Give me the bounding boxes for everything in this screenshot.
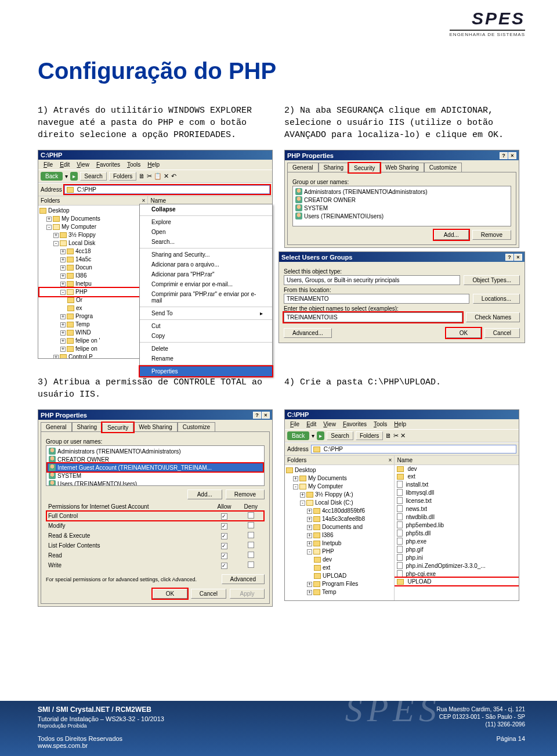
menu-item[interactable]: Delete: [140, 344, 272, 354]
back-button[interactable]: Back: [41, 172, 63, 181]
expand-icon[interactable]: +: [60, 265, 66, 271]
tree-label[interactable]: WIND: [75, 329, 91, 337]
tree-label[interactable]: Documents and: [322, 523, 363, 531]
tree-label[interactable]: 14a5c: [75, 255, 91, 264]
menu-item[interactable]: Edit: [57, 161, 73, 168]
expand-icon[interactable]: +: [53, 355, 59, 359]
tree-label[interactable]: Desktop: [295, 466, 316, 474]
menu-item[interactable]: Search...: [140, 237, 272, 247]
folders-button[interactable]: Folders: [109, 172, 136, 181]
expand-icon[interactable]: +: [307, 525, 312, 530]
menu-item[interactable]: Send To ▸: [140, 308, 272, 318]
expand-icon[interactable]: +: [60, 347, 66, 352]
window-titlebar[interactable]: C:\PHP: [38, 150, 272, 160]
tab[interactable]: General: [287, 163, 319, 172]
tree-label[interactable]: PHP: [322, 548, 334, 556]
list-item[interactable]: UPLOAD: [395, 578, 519, 585]
menu-item[interactable]: Favorites: [340, 420, 370, 428]
expand-icon[interactable]: +: [307, 541, 312, 546]
close-icon[interactable]: ×: [262, 412, 270, 419]
deny-checkbox[interactable]: [248, 532, 254, 538]
menu-item[interactable]: Adicionar para "PHP.rar": [140, 269, 272, 279]
tree-label[interactable]: I386: [75, 272, 86, 280]
list-item[interactable]: ext: [395, 473, 519, 480]
tree-label[interactable]: My Computer: [62, 223, 96, 231]
tree-label[interactable]: Program Files: [322, 580, 358, 588]
address-input[interactable]: C:\PHP: [64, 185, 270, 194]
ok-button[interactable]: OK: [446, 328, 481, 338]
tree-label[interactable]: ex: [76, 304, 82, 312]
list-item[interactable]: CREATOR OWNER: [294, 196, 509, 204]
menu-item[interactable]: Explore: [140, 217, 272, 227]
tree-label[interactable]: My Documents: [308, 474, 347, 483]
menu-item[interactable]: Help: [391, 420, 409, 428]
tree-label[interactable]: I386: [322, 531, 333, 539]
list-item[interactable]: php.gif: [395, 545, 519, 553]
tree-label[interactable]: Temp: [322, 588, 336, 596]
advanced-button[interactable]: Advanced: [222, 574, 265, 584]
expand-icon[interactable]: +: [307, 590, 312, 595]
tree-label[interactable]: felipe on ': [75, 337, 100, 345]
list-item[interactable]: ntwdblib.dll: [395, 513, 519, 521]
locations-button[interactable]: Locations...: [473, 294, 520, 304]
menu-item[interactable]: Open: [140, 227, 272, 237]
deny-checkbox[interactable]: [248, 542, 254, 548]
allow-checkbox[interactable]: [221, 533, 227, 539]
object-types-button[interactable]: Object Types...: [464, 275, 520, 285]
help-icon[interactable]: ?: [505, 254, 513, 261]
menu-item[interactable]: View: [74, 161, 92, 168]
close-icon[interactable]: ×: [514, 254, 522, 261]
list-item[interactable]: php5embed.lib: [395, 521, 519, 529]
expand-icon[interactable]: -: [307, 549, 312, 555]
tree-label[interactable]: 4cc180dd859bf6: [322, 507, 365, 515]
users-listbox[interactable]: Administrators (TREINAMENTO\Administrato…: [46, 445, 265, 486]
tree-label[interactable]: Docun: [75, 264, 92, 272]
tree-label[interactable]: Or: [76, 296, 82, 304]
menu-item[interactable]: View: [320, 420, 339, 428]
menu-item[interactable]: File: [41, 161, 56, 168]
tab[interactable]: Web Sharing: [380, 163, 424, 172]
menu-item[interactable]: Tools: [371, 420, 390, 428]
close-icon[interactable]: ×: [389, 457, 392, 463]
allow-checkbox[interactable]: [221, 553, 227, 559]
expand-icon[interactable]: +: [60, 249, 66, 254]
tree-label[interactable]: Control P: [68, 353, 93, 358]
list-item[interactable]: dev: [395, 465, 519, 473]
add-button[interactable]: Add...: [434, 230, 469, 240]
list-item[interactable]: CREATOR OWNER: [48, 455, 263, 463]
tree-label[interactable]: Temp: [75, 321, 89, 329]
tab[interactable]: Sharing: [72, 422, 102, 431]
expand-icon[interactable]: +: [293, 476, 298, 481]
menu-item[interactable]: Help: [144, 161, 162, 168]
menu-item[interactable]: Cut: [140, 321, 272, 331]
list-item[interactable]: install.txt: [395, 480, 519, 488]
tab[interactable]: Web Sharing: [133, 422, 178, 431]
tree-label[interactable]: Progra: [75, 312, 93, 321]
toolbar-icons[interactable]: 🗎 ✂ 📋 ✕ ↶: [139, 172, 176, 180]
tree-label[interactable]: Local Disk (C:): [315, 499, 353, 507]
tree-label[interactable]: My Documents: [62, 215, 100, 223]
tab[interactable]: Security: [349, 163, 380, 172]
search-button[interactable]: Search: [327, 431, 353, 440]
tree-label[interactable]: Desktop: [48, 207, 70, 215]
menu-item[interactable]: Sharing and Security...: [140, 250, 272, 260]
tree-label[interactable]: ext: [323, 564, 330, 572]
tab[interactable]: Customize: [178, 422, 215, 431]
chevron-icon[interactable]: ▾: [65, 173, 68, 179]
object-type-input[interactable]: Users, Groups, or Built-in security prin…: [284, 275, 460, 285]
check-names-button[interactable]: Check Names: [466, 312, 520, 322]
close-icon[interactable]: ×: [508, 152, 516, 159]
location-input[interactable]: TREINAMENTO: [284, 294, 469, 304]
tree-label[interactable]: Inetpub: [322, 539, 341, 548]
tree-label[interactable]: My Computer: [308, 483, 343, 491]
menu-item[interactable]: Adicionar para o arquivo...: [140, 260, 272, 269]
list-item[interactable]: SYSTEM: [48, 471, 263, 480]
remove-button[interactable]: Remove: [226, 489, 265, 499]
menu-item[interactable]: Properties: [140, 366, 272, 376]
expand-icon[interactable]: +: [60, 257, 66, 262]
list-item[interactable]: libmysql.dll: [395, 488, 519, 496]
menu-item[interactable]: Favorites: [93, 161, 123, 168]
list-item[interactable]: Users (TREINAMENTO\Users): [294, 212, 509, 220]
list-item[interactable]: news.txt: [395, 505, 519, 513]
apply-button[interactable]: Apply: [230, 589, 265, 599]
